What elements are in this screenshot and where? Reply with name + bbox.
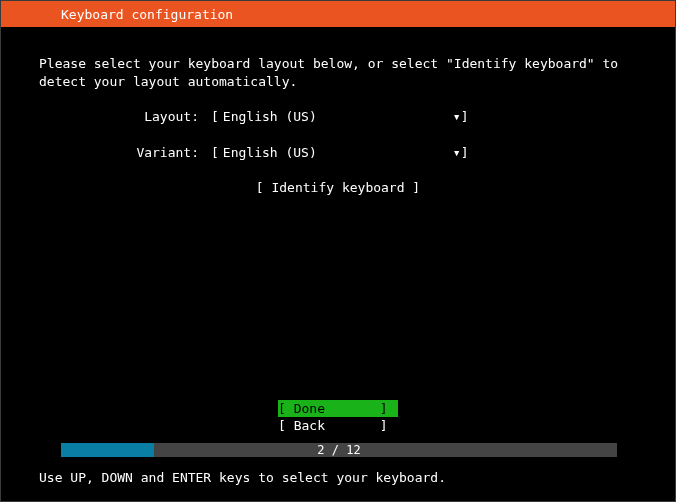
page-title: Keyboard configuration (61, 7, 233, 22)
layout-select[interactable]: [ English (US) ▾ ] (211, 108, 468, 126)
chevron-down-icon: ▾ (453, 144, 461, 162)
bracket-close: ] (461, 108, 469, 126)
bracket-open: [ (211, 108, 219, 126)
variant-value: English (US) (219, 144, 449, 162)
variant-row: Variant: [ English (US) ▾ ] (1, 144, 675, 162)
installer-screen: Keyboard configuration Please select you… (0, 0, 676, 502)
layout-row: Layout: [ English (US) ▾ ] (1, 108, 675, 126)
variant-select[interactable]: [ English (US) ▾ ] (211, 144, 468, 162)
layout-label: Layout: (1, 108, 211, 126)
instruction-line: detect your layout automatically. (39, 73, 645, 91)
bracket-open: [ (211, 144, 219, 162)
back-button[interactable]: [ Back ] (278, 417, 398, 435)
instructions-text: Please select your keyboard layout below… (39, 55, 645, 90)
done-button[interactable]: [ Done ] (278, 400, 398, 418)
layout-value: English (US) (219, 108, 449, 126)
footer-buttons: [ Done ] [ Back ] (1, 400, 675, 435)
progress-text: 2 / 12 (61, 442, 617, 458)
progress-bar: 2 / 12 (61, 443, 617, 457)
title-bar: Keyboard configuration (1, 1, 675, 27)
instruction-line: Please select your keyboard layout below… (39, 55, 645, 73)
bracket-close: ] (461, 144, 469, 162)
hint-text: Use UP, DOWN and ENTER keys to select yo… (39, 469, 446, 487)
identify-keyboard-button[interactable]: [ Identify keyboard ] (256, 180, 420, 195)
variant-label: Variant: (1, 144, 211, 162)
chevron-down-icon: ▾ (453, 108, 461, 126)
form-area: Layout: [ English (US) ▾ ] Variant: [ En… (1, 108, 675, 197)
